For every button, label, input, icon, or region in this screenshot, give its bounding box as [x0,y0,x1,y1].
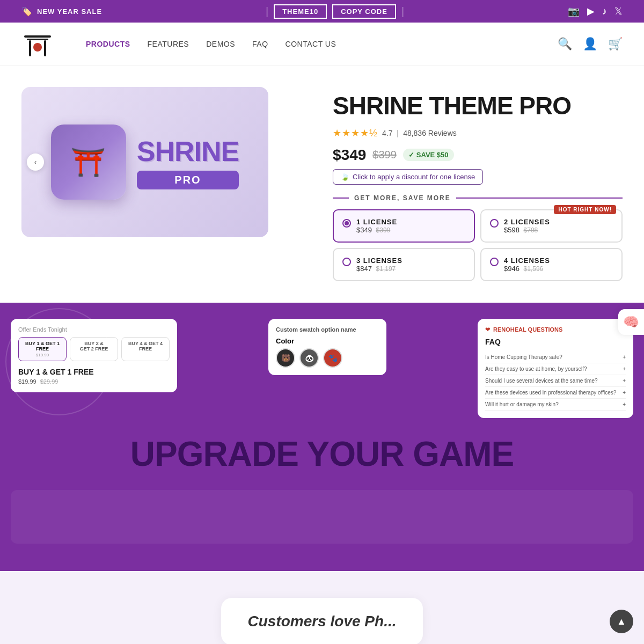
theme-code[interactable]: THEME10 [274,4,327,19]
save-label: SAVE $50 [416,151,449,159]
license-price-4: $946 $1,596 [504,265,550,273]
leaf-icon: 🍃 [341,173,349,181]
divider-1: | [266,5,268,18]
license-info-4: 4 LICENSES $946 $1,596 [504,257,550,273]
tiktok-icon[interactable]: ♪ [602,6,607,17]
twitter-icon[interactable]: 𝕏 [614,5,623,17]
swatch-header: Custom swatch option name [276,326,379,333]
faq-item-5[interactable]: Will it hurt or damage my skin?+ [485,399,626,411]
ai-icon: 🧠 [623,314,639,330]
license-card-2[interactable]: HOT RIGHT NOW! 2 LICENSES $598 $798 [480,209,623,243]
license-name-2: 2 LICENSES [504,218,550,226]
product-image-area: ⛩️ SHRINE PRO ‹ [21,87,301,281]
upgrade-text: UPGRADE YOUR GAME [0,423,644,490]
rating-separator: | [397,129,399,137]
shrine-text: SHRINE PRO [137,135,239,189]
top-banner: 🏷️ NEW YEAR SALE | THEME10 COPY CODE | 📷… [0,0,644,23]
nav-demos[interactable]: DEMOS [206,40,235,48]
customers-text: Customers love Ph... [248,613,397,630]
get-more-text: GET MORE, SAVE MORE [354,194,451,202]
current-price: $349 [333,147,366,164]
tag-icon: 🏷️ [21,6,33,17]
bogo-opt-3[interactable]: BUY 4 & GET 4 FREE [121,337,170,361]
get-more-line-right [456,197,623,199]
divider-2: | [401,5,404,18]
checkmark-icon: ✓ [408,151,414,159]
swatch-3[interactable]: 🐾 [323,348,342,368]
nav-products[interactable]: PRODUCTS [86,40,130,48]
svg-rect-1 [27,39,48,40]
save-badge: ✓ SAVE $50 [403,149,454,161]
social-icons: 📷 ▶ ♪ 𝕏 [568,5,623,17]
color-swatches: 🐻 🐼 🐾 [276,348,379,368]
sale-label: NEW YEAR SALE [37,8,102,16]
svg-point-4 [33,43,42,52]
banner-code-area: | THEME10 COPY CODE | [266,4,404,19]
shrine-pro-badge: PRO [137,171,239,189]
original-price: $399 [372,149,397,161]
youtube-icon[interactable]: ▶ [587,5,595,17]
instagram-icon[interactable]: 📷 [568,5,580,17]
nav-faq[interactable]: FAQ [252,40,268,48]
deco-circle-2 [569,330,633,394]
color-label: Color [276,337,379,345]
svg-rect-2 [29,40,31,56]
copy-code-button[interactable]: COPY CODE [332,4,396,19]
navbar: PRODUCTS FEATURES DEMOS FAQ CONTACT US 🔍… [0,23,644,65]
customers-section: Customers love Ph... [0,571,644,644]
review-count: 48,836 Reviews [403,129,457,137]
scroll-top-icon: ▲ [617,616,626,627]
license-info-2: 2 LICENSES $598 $798 [504,218,550,234]
radio-4 [490,258,499,266]
license-info-1: 1 LICENSE $349 $399 [356,218,397,234]
customers-card: Customers love Ph... [221,598,423,644]
product-title: SHRINE THEME PRO [333,92,623,120]
license-name-4: 4 LICENSES [504,257,550,265]
scroll-top-button[interactable]: ▲ [610,610,633,633]
svg-rect-3 [44,40,46,56]
get-more-header: GET MORE, SAVE MORE [333,194,623,202]
radio-1 [342,219,351,228]
nav-links: PRODUCTS FEATURES DEMOS FAQ CONTACT US [86,40,558,48]
license-grid: 1 LICENSE $349 $399 HOT RIGHT NOW! 2 LIC… [333,209,623,281]
price-row: $349 $399 ✓ SAVE $50 [333,147,623,164]
swatch-2[interactable]: 🐼 [299,348,319,368]
prev-image-button[interactable]: ‹ [27,153,44,171]
radio-2 [490,219,499,228]
rating-row: ★★★★½ 4.7 | 48,836 Reviews [333,127,623,139]
discount-link-text: Click to apply a discount for one licens… [353,173,475,181]
get-more-line-left [333,197,349,199]
license-card-1[interactable]: 1 LICENSE $349 $399 [333,209,475,243]
nav-features[interactable]: FEATURES [148,40,189,48]
star-rating: ★★★★½ [333,127,378,139]
license-card-3[interactable]: 3 LICENSES $847 $1,197 [333,248,475,281]
radio-3 [342,258,351,266]
features-strip: Offer Ends Tonight BUY 1 & GET 1 FREE $1… [0,303,644,571]
product-info: SHRINE THEME PRO ★★★★½ 4.7 | 48,836 Revi… [333,87,623,281]
account-button[interactable]: 👤 [583,37,597,51]
banner-sale: 🏷️ NEW YEAR SALE [21,6,102,17]
swatch-1[interactable]: 🐻 [276,348,295,368]
faq-brand-icon: ❤ [485,326,490,333]
faq-brand-name: RENOHEAL QUESTIONS [493,326,562,333]
swatch-block: Custom swatch option name Color 🐻 🐼 🐾 [268,319,386,375]
cart-button[interactable]: 🛒 [608,37,623,51]
deco-circle-1 [5,308,113,415]
ai-button[interactable]: 🧠 [618,309,644,335]
nav-contact[interactable]: CONTACT US [286,40,336,48]
hot-badge: HOT RIGHT NOW! [554,205,616,214]
license-price-1: $349 $399 [356,226,397,234]
product-section: ⛩️ SHRINE PRO ‹ SHRINE THEME PRO ★★★★½ 4… [0,65,644,303]
discount-link[interactable]: 🍃 Click to apply a discount for one lice… [333,169,483,185]
license-card-4[interactable]: 4 LICENSES $946 $1,596 [480,248,623,281]
shrine-title-text: SHRINE [137,135,239,167]
search-button[interactable]: 🔍 [558,37,572,51]
license-price-3: $847 $1,197 [356,265,402,273]
license-name-3: 3 LICENSES [356,257,402,265]
svg-rect-0 [24,35,51,38]
nav-action-icons: 🔍 👤 🛒 [558,37,623,51]
logo[interactable] [21,28,54,60]
shrine-logo-badge: ⛩️ [51,125,126,200]
license-info-3: 3 LICENSES $847 $1,197 [356,257,402,273]
license-name-1: 1 LICENSE [356,218,397,226]
